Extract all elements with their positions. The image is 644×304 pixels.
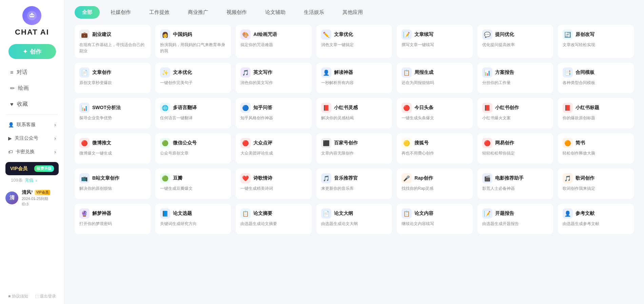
card-mom[interactable]: 👩 中国妈妈 扮演我妈，用我妈的口气来教育单身的我 (155, 25, 231, 58)
card-header: 🔴 大众点评 (240, 138, 307, 148)
card-baijiahao[interactable]: ⬛ 百家号创作 文章内容无限创作 (316, 133, 392, 164)
recharge-button[interactable]: 充值 (25, 177, 34, 183)
card-poem[interactable]: ❤️ 诗歌情诗 一键生成精美诗词 (236, 168, 312, 199)
card-thesis_outline[interactable]: 📄 论文大纲 由选题生成论文大纲 (316, 204, 392, 234)
card-toutiao[interactable]: 🔴 今日头条 一键生成头条爆文 (397, 98, 473, 128)
chevron-right-icon-3: › (54, 149, 56, 155)
card-english[interactable]: 🎵 英文写作 润色你的英文写作 (236, 63, 312, 93)
card-weekly[interactable]: 📋 周报生成 还在为周报烦恼吗 (397, 63, 473, 93)
card-painting[interactable]: 🎨 AI绘画咒语 搞定你的咒语难题 (236, 25, 312, 58)
card-wangyi[interactable]: 🔴 网易创作 轻轻松松帮你搞定 (477, 133, 553, 164)
card-douban[interactable]: 🟢 豆瓣 一键生成豆瓣爆文 (155, 168, 231, 199)
card-header: ⬛ 百家号创作 (321, 138, 388, 148)
tab-social[interactable]: 社媒创作 (103, 6, 138, 19)
card-reader[interactable]: 👤 解读神器 一秒解析所有内容 (316, 63, 392, 93)
card-desc-wechat: 公众号原创文章 (160, 150, 227, 156)
card-thesis_abs[interactable]: 📋 论文摘要 由选题生成论文摘要 (236, 204, 312, 234)
tab-all[interactable]: 全部 (75, 6, 100, 19)
card-header: 💬 提问优化 (482, 29, 549, 40)
agreement-link[interactable]: ■ 协议须知 (8, 293, 28, 299)
card-reference[interactable]: 👤 参考文献 由选题生成参考文献 (558, 204, 634, 234)
card-sohu[interactable]: 🟡 搜狐号 再也不用费心创作 (397, 133, 473, 164)
card-header: 🔮 解梦神器 (79, 208, 146, 219)
card-wechat[interactable]: 🟢 微信公众号 公众号原创文章 (155, 133, 231, 164)
card-title-open_report: 开题报告 (495, 210, 514, 217)
card-title-zhihu: 知乎问答 (253, 105, 272, 111)
card-icon-reader: 👤 (321, 67, 331, 78)
subscribe-icon: ▶ (8, 136, 12, 141)
card-article_create[interactable]: 📄 文章创作 原创文章秒变爆款 (75, 63, 151, 93)
card-desc-toutiao: 一键生成头条爆文 (402, 115, 468, 121)
card-icon-weibo: 🔴 (79, 138, 90, 148)
sidebar-link-redeem[interactable]: 🏷 卡密兑换 › (0, 145, 64, 159)
card-desc-reference: 由选题生成参考文献 (563, 221, 629, 227)
svg-point-4 (33, 15, 34, 16)
card-rap[interactable]: 🎤 Rap创作 找找你的Rap灵感 (397, 168, 473, 199)
card-header: 🔴 网易创作 (482, 138, 549, 148)
tab-business[interactable]: 商业推广 (180, 6, 216, 19)
sidebar-link-support[interactable]: 👤 联系客服 › (0, 118, 64, 131)
card-icon-original: 🔄 (563, 29, 573, 40)
card-header: 📕 小红书灵感 (321, 103, 388, 113)
tab-other[interactable]: 其他应用 (335, 6, 370, 19)
card-desc-thesis_abs: 由选题生成论文摘要 (240, 221, 307, 227)
card-desc-movie: 影荒人士必备神器 (482, 185, 549, 191)
sidebar-item-chat[interactable]: ≡ 对话 (0, 64, 64, 80)
card-xiaohong_title[interactable]: 📕 小红书标题 你的爆款原创标题 (558, 98, 634, 128)
card-dianping[interactable]: 🔴 大众点评 大众美团评论生成 (236, 133, 312, 164)
card-music[interactable]: 🎵 音乐推荐官 来更新你的音乐库 (316, 168, 392, 199)
card-jianshu[interactable]: 🟠 简书 轻松创作释放大脑 (558, 133, 634, 164)
card-dream[interactable]: 🔮 解梦神器 打开你的梦境密码 (75, 204, 151, 234)
create-button[interactable]: ✦ 创作 (8, 44, 56, 59)
card-article_cont[interactable]: 📝 文章续写 撰写文章一键续写 (397, 25, 473, 58)
card-translate[interactable]: 🌐 多语言翻译 任何语言一键翻译 (155, 98, 231, 128)
card-icon-article_opt: ✏️ (321, 29, 331, 40)
sidebar-link-subscribe[interactable]: ▶ 关注公众号 › (0, 131, 64, 145)
card-desc-article_cont: 撰写文章一键续写 (402, 42, 468, 48)
card-bilibili[interactable]: 📺 B站文章创作 解决你的原创烦恼 (75, 168, 151, 199)
cards-grid: 💼 副业建议 在现有工作基础上，寻找适合自己的副业 👩 中国妈妈 扮演我妈，用我… (75, 25, 634, 234)
card-title-toutiao: 今日头条 (414, 105, 433, 111)
card-desc-article_create: 原创文章秒变爆款 (79, 80, 146, 86)
card-icon-sohu: 🟡 (402, 138, 412, 148)
card-contract[interactable]: 📑 合同模板 各种类型合同模板 (558, 63, 634, 93)
card-weibo[interactable]: 🔴 微博推文 微博爆文一键生成 (75, 133, 151, 164)
card-xiaohong_create[interactable]: 📕 小红书创作 小红书爆火文案 (477, 98, 553, 128)
card-report[interactable]: 📊 方案报告 分担你的工作量 (477, 63, 553, 93)
card-icon-article_cont: 📝 (402, 29, 412, 40)
card-prompt_opt[interactable]: 💬 提问优化 优化提问提高效率 (477, 25, 553, 58)
card-movie[interactable]: 🎬 电影推荐助手 影荒人士必备神器 (477, 168, 553, 199)
card-header: 📄 论文大纲 (321, 208, 388, 219)
card-xiaohong_ins[interactable]: 📕 小红书灵感 解决你的灵感枯竭 (316, 98, 392, 128)
recharge-arrow-icon: › (36, 178, 37, 183)
svg-point-2 (30, 15, 31, 16)
card-title-baijiahao: 百家号创作 (334, 140, 358, 146)
card-header: 💼 副业建议 (79, 29, 146, 40)
logout-link[interactable]: ⬚ 退出登录 (35, 293, 56, 299)
tab-life[interactable]: 生活娱乐 (296, 6, 332, 19)
card-sidejob[interactable]: 💼 副业建议 在现有工作基础上，寻找适合自己的副业 (75, 25, 151, 58)
card-desc-poem: 一键生成精美诗词 (240, 185, 307, 191)
card-icon-xiaohong_create: 📕 (482, 103, 492, 113)
card-swot[interactable]: 📊 SWOT分析法 探寻企业竞争优势 (75, 98, 151, 128)
card-title-article_cont: 文章续写 (414, 32, 433, 38)
card-lyrics[interactable]: 🎵 歌词创作 歌词创作我来搞定 (558, 168, 634, 199)
card-icon-thesis_abs: 📋 (240, 208, 251, 219)
tab-paper[interactable]: 论文辅助 (258, 6, 293, 19)
card-article_opt[interactable]: ✏️ 文章优化 润色文章一键搞定 (316, 25, 392, 58)
tab-video[interactable]: 视频创作 (219, 6, 254, 19)
tab-work[interactable]: 工作提效 (142, 6, 177, 19)
card-header: 📊 方案报告 (482, 67, 549, 78)
card-text_opt[interactable]: ✨ 文本优化 一键创作完美句子 (155, 63, 231, 93)
vip-upgrade-button[interactable]: 续费升级 (34, 165, 54, 172)
card-open_report[interactable]: 📝 开题报告 由选题生成开题报告 (477, 204, 553, 234)
sidebar-item-collect[interactable]: ♥ 收藏 (0, 96, 64, 112)
card-thesis_topic[interactable]: 📘 论文选题 关键词生成研究方向 (155, 204, 231, 234)
card-zhihu[interactable]: 🔵 知乎问答 知乎风格创作神器 (236, 98, 312, 128)
card-title-wechat: 微信公众号 (173, 140, 197, 146)
card-title-bilibili: B站文章创作 (92, 175, 119, 181)
card-thesis_content[interactable]: 📋 论文内容 继续论文内容续写 (397, 204, 473, 234)
card-title-thesis_outline: 论文大纲 (334, 210, 353, 217)
card-original[interactable]: 🔄 原创改写 文章改写轻松实现 (558, 25, 634, 58)
sidebar-item-draw[interactable]: ✏ 绘画 (0, 80, 64, 96)
